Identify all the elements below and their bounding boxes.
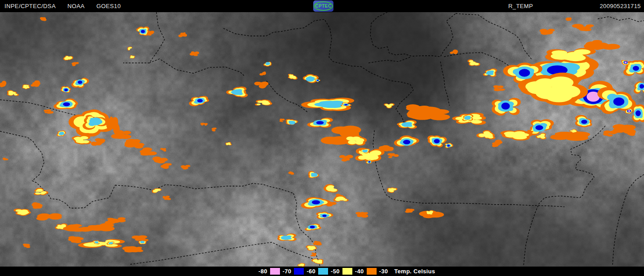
cptec-logo: CPTEC bbox=[313, 0, 333, 12]
satellite-image bbox=[0, 0, 644, 276]
cptec-logo-ellipse: CPTEC bbox=[314, 1, 333, 11]
legend-title: Temp. Celsius bbox=[394, 268, 435, 275]
legend-swatch-cyan bbox=[318, 268, 328, 275]
header-left-group: INPE/CPTEC/DSA NOAA GOES10 bbox=[4, 3, 121, 9]
product-label: R_TEMP bbox=[508, 3, 533, 9]
legend-swatch-pink bbox=[270, 268, 280, 275]
satellite-viewer: INPE/CPTEC/DSA NOAA GOES10 CPTEC R_TEMP … bbox=[0, 0, 644, 276]
legend-bar: -80 -70 -60 -50 -40 -30 Temp. Celsius bbox=[0, 267, 644, 276]
legend-label--40: -40 bbox=[355, 268, 364, 275]
operator-label: NOAA bbox=[67, 3, 84, 9]
legend-swatch-yellow bbox=[342, 268, 352, 275]
legend-swatch-orange bbox=[367, 268, 377, 275]
legend-label--80: -80 bbox=[258, 268, 267, 275]
legend-label--70: -70 bbox=[283, 268, 292, 275]
legend-label--30: -30 bbox=[379, 268, 388, 275]
header-bar: INPE/CPTEC/DSA NOAA GOES10 CPTEC R_TEMP … bbox=[0, 0, 644, 12]
cptec-logo-text: CPTEC bbox=[315, 4, 331, 9]
satellite-label: GOES10 bbox=[96, 3, 120, 9]
legend-label--50: -50 bbox=[331, 268, 340, 275]
agency-label: INPE/CPTEC/DSA bbox=[4, 3, 56, 9]
timestamp-label: 200905231715 bbox=[600, 3, 641, 9]
legend-label--60: -60 bbox=[306, 268, 315, 275]
temperature-legend: -80 -70 -60 -50 -40 -30 Temp. Celsius bbox=[258, 268, 435, 275]
legend-swatch-blue bbox=[294, 268, 304, 275]
